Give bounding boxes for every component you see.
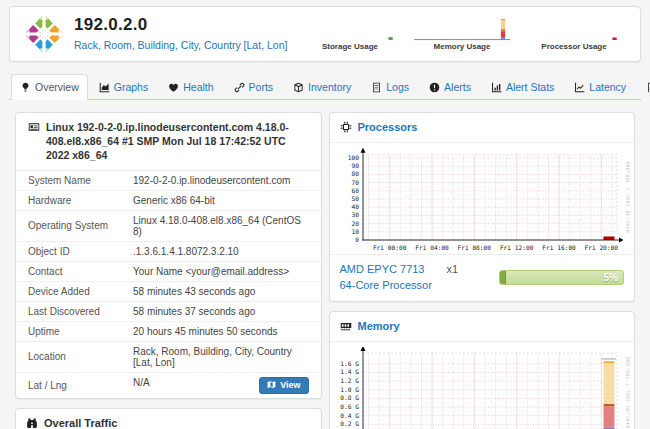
svg-text:0.2 G: 0.2 G <box>340 420 359 427</box>
cpu-info: AMD EPYC 7713x1 64-Core Processor <box>340 262 459 294</box>
cpu-count: x1 <box>446 263 458 275</box>
table-row-location: LocationRack, Room, Building, City, Coun… <box>16 341 321 372</box>
row-value: 20 hours 45 minutes 50 seconds <box>121 321 321 341</box>
svg-text:40: 40 <box>351 203 359 210</box>
file-text-icon <box>646 82 650 93</box>
table-row-operating-system: Operating SystemLinux 4.18.0-408.el8.x86… <box>16 210 321 241</box>
tab-item-inventory: Inventory <box>284 74 362 99</box>
tab-label: Overview <box>35 81 79 93</box>
microchip-icon <box>340 121 352 133</box>
tab-item-alert-stats: Alert Stats <box>482 74 565 99</box>
tab-health[interactable]: Health <box>159 74 222 100</box>
content-area: Linux 192-0-2-0.ip.linodeusercontent.com… <box>9 112 641 429</box>
cpu-desc-link[interactable]: 64-Core Processor <box>340 279 432 291</box>
svg-text:0: 0 <box>355 236 359 243</box>
svg-text:60: 60 <box>351 187 359 194</box>
row-label: Lat / Lng <box>16 372 121 398</box>
tab-latency[interactable]: Latency <box>565 74 635 100</box>
device-os-icon <box>28 121 40 133</box>
row-label: Last Discovered <box>16 301 121 321</box>
svg-text:100: 100 <box>347 154 358 161</box>
tab-label: Inventory <box>308 81 351 93</box>
row-label: Object ID <box>16 241 121 261</box>
mini-graph-processor[interactable]: Processor Usage <box>526 17 622 51</box>
mini-graph-storage[interactable]: Storage Usage <box>302 17 398 51</box>
row-label: Location <box>16 341 121 372</box>
table-row-device-added: Device Added58 minutes 43 seconds ago <box>16 281 321 301</box>
row-value: .1.3.6.1.4.1.8072.3.2.10 <box>121 241 321 261</box>
area-chart-icon <box>99 82 110 93</box>
link-icon <box>234 82 245 93</box>
svg-text:20: 20 <box>351 219 359 226</box>
tab-item-ports: Ports <box>225 74 285 99</box>
tab-item-overview: Overview <box>11 74 90 99</box>
tab-ports[interactable]: Ports <box>225 74 283 100</box>
tab-logs[interactable]: Logs <box>362 74 418 100</box>
svg-text:0.4 G: 0.4 G <box>340 411 359 418</box>
mini-graph-label-processor: Processor Usage <box>526 42 622 51</box>
row-value: Rack, Room, Building, City, Country [Lat… <box>121 341 321 372</box>
tab-inventory[interactable]: Inventory <box>284 74 360 100</box>
row-value: Generic x86 64-bit <box>121 190 321 210</box>
table-row-object-id: Object ID.1.3.6.1.4.1.8072.3.2.10 <box>16 241 321 261</box>
tab-overview[interactable]: Overview <box>11 74 88 100</box>
processor-usage-sparkline[interactable] <box>526 17 622 41</box>
overall-traffic-title: Overall Traffic <box>44 416 117 429</box>
memory-title-link[interactable]: Memory <box>358 319 400 334</box>
tab-alerts[interactable]: Alerts <box>420 74 480 100</box>
tab-label: Latency <box>589 81 626 93</box>
system-title: Linux 192-0-2-0.ip.linodeusercontent.com… <box>46 120 309 163</box>
row-label: Contact <box>16 261 121 281</box>
right-column: Processors 0102030405060708090100Fri 00:… <box>329 112 636 429</box>
overall-traffic-header: Overall Traffic <box>16 409 321 429</box>
svg-text:30: 30 <box>351 211 359 218</box>
svg-text:80: 80 <box>351 170 359 177</box>
storage-usage-sparkline[interactable] <box>302 17 398 41</box>
svg-text:70: 70 <box>351 178 359 185</box>
svg-text:10: 10 <box>351 228 359 235</box>
cpu-name-link[interactable]: AMD EPYC 7713 <box>340 263 425 275</box>
row-value: Your Name <your@email.address> <box>121 261 321 281</box>
view-button-label: View <box>280 380 300 390</box>
tab-label: Ports <box>249 81 274 93</box>
bar-chart-icon <box>491 82 502 93</box>
table-row-last-discovered: Last Discovered58 minutes 37 seconds ago <box>16 301 321 321</box>
tab-alert-stats[interactable]: Alert Stats <box>482 74 563 100</box>
svg-text:50: 50 <box>351 195 359 202</box>
tab-item-logs: Logs <box>362 74 420 99</box>
row-label: Device Added <box>16 281 121 301</box>
tab-item-graphs: Graphs <box>90 74 159 99</box>
memory-usage-sparkline[interactable] <box>414 17 510 41</box>
tab-notes[interactable]: Notes <box>637 74 650 100</box>
binoculars-icon <box>26 417 38 429</box>
mini-graph-label-storage: Storage Usage <box>302 42 398 51</box>
view-location-button[interactable]: View <box>259 377 308 394</box>
heartbeat-icon <box>168 82 179 93</box>
tab-label: Logs <box>386 81 409 93</box>
memory-icon <box>340 320 352 332</box>
system-panel-header: Linux 192-0-2-0.ip.linodeusercontent.com… <box>16 113 321 171</box>
tab-graphs[interactable]: Graphs <box>90 74 157 100</box>
device-title: 192.0.2.0 <box>74 15 287 35</box>
memory-panel-header: Memory <box>330 312 635 342</box>
svg-text:1.6 G: 1.6 G <box>340 359 359 366</box>
device-identity: 192.0.2.0 Rack, Room, Building, City, Co… <box>74 15 287 53</box>
processors-graph[interactable]: 0102030405060708090100Fri 00:00Fri 04:00… <box>330 143 635 254</box>
memory-graph[interactable]: 0.00.2 G0.4 G0.6 G0.8 G1.0 G1.2 G1.4 G1.… <box>330 342 635 429</box>
svg-text:RRDTOOL / TOBI OETIKER: RRDTOOL / TOBI OETIKER <box>625 161 630 233</box>
lightbulb-icon <box>20 82 31 93</box>
device-location-link[interactable]: Rack, Room, Building, City, Country [Lat… <box>74 39 287 51</box>
map-icon <box>267 380 276 391</box>
row-value: 58 minutes 43 seconds ago <box>121 281 321 301</box>
svg-text:1.4 G: 1.4 G <box>340 368 359 375</box>
tab-item-latency: Latency <box>565 74 637 99</box>
mini-graph-memory[interactable]: Memory Usage <box>414 17 510 51</box>
processors-title-link[interactable]: Processors <box>358 120 418 135</box>
centos-logo-icon <box>24 14 64 54</box>
table-row-hardware: HardwareGeneric x86 64-bit <box>16 190 321 210</box>
tab-label: Alerts <box>444 81 471 93</box>
svg-text:90: 90 <box>351 162 359 169</box>
row-value: 192-0-2-0.ip.linodeusercontent.com <box>121 171 321 191</box>
processors-panel: Processors 0102030405060708090100Fri 00:… <box>329 112 636 302</box>
device-header-card: 192.0.2.0 Rack, Room, Building, City, Co… <box>9 6 641 62</box>
